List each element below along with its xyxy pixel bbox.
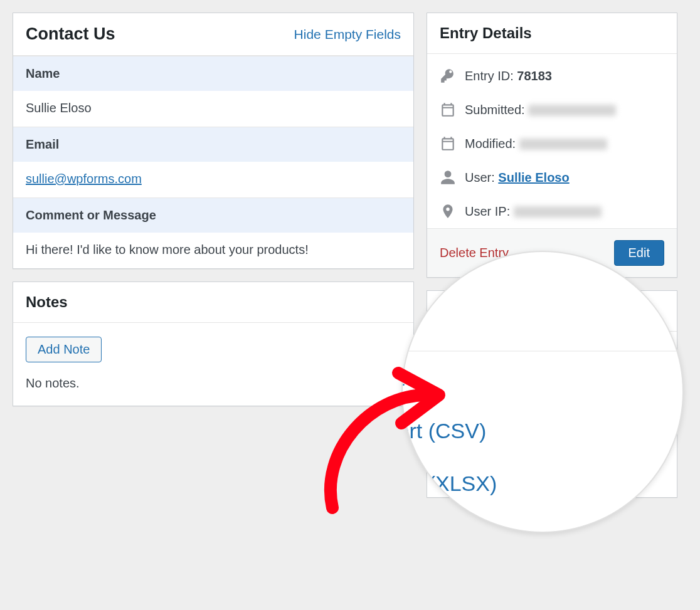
- user-link[interactable]: Sullie Eloso: [498, 171, 569, 184]
- delete-entry-link[interactable]: Delete Entry: [440, 246, 509, 260]
- modified-label: Modified:: [465, 137, 519, 150]
- action-export-xlsx-label: Export (XLSX): [464, 404, 544, 418]
- calendar-icon: [440, 102, 456, 118]
- user-ip-value-obscured: [514, 206, 602, 218]
- action-export-xlsx[interactable]: Export (XLSX): [427, 396, 677, 426]
- submitted-label: Submitted:: [465, 103, 528, 117]
- field-value-email: sullie@wpforms.com: [13, 162, 413, 197]
- star-icon: [440, 463, 455, 478]
- action-mark-unread[interactable]: Mark Unread: [427, 426, 677, 456]
- spreadsheet-icon: [440, 403, 455, 418]
- action-mark-unread-label: Mark Unread: [464, 434, 536, 448]
- actions-panel: Actions Print Export (CSV) Export (XLSX): [427, 290, 677, 498]
- action-unstar-label: Unstar: [464, 464, 501, 478]
- contact-panel: Contact Us Hide Empty Fields Name Sullie…: [13, 13, 414, 269]
- user-ip-label: User IP:: [465, 204, 514, 218]
- action-print-label: Print: [464, 344, 489, 358]
- notes-title: Notes: [26, 293, 68, 311]
- entry-details-panel: Entry Details Entry ID: 78183 Submitted:…: [427, 13, 677, 278]
- actions-title: Actions: [440, 302, 495, 320]
- user-icon: [440, 169, 456, 186]
- user-label: User:: [465, 171, 498, 184]
- detail-submitted: Submitted:: [427, 93, 677, 127]
- add-note-button[interactable]: Add Note: [26, 337, 102, 362]
- export-icon: [440, 373, 455, 388]
- edit-button[interactable]: Edit: [614, 240, 664, 266]
- document-icon: [440, 343, 455, 358]
- detail-modified: Modified:: [427, 127, 677, 160]
- action-export-csv-label: Export (CSV): [464, 374, 538, 388]
- entry-id-value: 78183: [517, 69, 552, 83]
- location-icon: [440, 203, 456, 219]
- detail-user: User: Sullie Eloso: [427, 160, 677, 194]
- detail-entry-id: Entry ID: 78183: [427, 59, 677, 93]
- key-icon: [440, 68, 456, 84]
- field-label-email: Email: [13, 127, 413, 162]
- eye-slash-icon: [440, 433, 455, 448]
- action-print[interactable]: Print: [427, 335, 677, 365]
- field-label-comment: Comment or Message: [13, 197, 413, 233]
- notes-panel: Notes Add Note No notes.: [13, 281, 414, 406]
- action-export-csv[interactable]: Export (CSV): [427, 365, 677, 396]
- field-value-comment: Hi there! I'd like to know more about yo…: [13, 233, 413, 268]
- action-unstar[interactable]: Unstar: [427, 456, 677, 486]
- calendar-icon: [440, 135, 456, 152]
- entry-id-label: Entry ID:: [465, 69, 517, 83]
- submitted-value-obscured: [528, 105, 616, 116]
- notes-empty-text: No notes.: [26, 376, 401, 391]
- hide-empty-fields-link[interactable]: Hide Empty Fields: [294, 27, 401, 42]
- contact-title: Contact Us: [26, 24, 115, 44]
- entry-details-title: Entry Details: [440, 24, 532, 42]
- field-value-name: Sullie Eloso: [13, 91, 413, 127]
- detail-user-ip: User IP:: [427, 194, 677, 228]
- email-link[interactable]: sullie@wpforms.com: [26, 172, 142, 186]
- field-label-name: Name: [13, 56, 413, 91]
- modified-value-obscured: [519, 139, 607, 150]
